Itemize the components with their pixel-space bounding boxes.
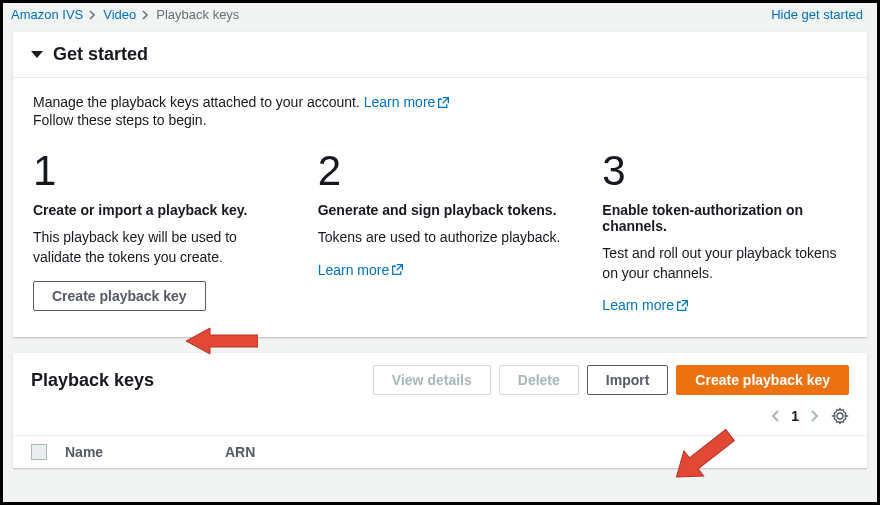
svg-marker-1 (667, 424, 738, 490)
breadcrumb-item-current: Playback keys (156, 7, 239, 22)
step-desc: Test and roll out your playback tokens o… (602, 244, 847, 283)
create-playback-key-button[interactable]: Create playback key (33, 281, 206, 311)
step-desc: This playback key will be used to valida… (33, 228, 278, 267)
step-number: 2 (318, 150, 563, 192)
chevron-right-icon (89, 10, 97, 20)
svg-marker-0 (186, 328, 258, 354)
caret-down-icon (31, 51, 43, 58)
intro-text-2: Follow these steps to begin. (33, 112, 847, 128)
learn-more-link[interactable]: Learn more (602, 297, 689, 313)
external-link-icon (676, 299, 689, 312)
step-title: Create or import a playback key. (33, 202, 278, 218)
hide-get-started-link[interactable]: Hide get started (771, 7, 863, 22)
breadcrumb: Amazon IVS Video Playback keys (11, 7, 239, 22)
step-title: Enable token-authorization on channels. (602, 202, 847, 234)
step-number: 3 (602, 150, 847, 192)
step-number: 1 (33, 150, 278, 192)
playback-keys-panel: Playback keys View details Delete Import… (13, 353, 867, 468)
learn-more-link[interactable]: Learn more (364, 94, 451, 110)
step-2: 2 Generate and sign playback tokens. Tok… (318, 150, 563, 313)
step-3: 3 Enable token-authorization on channels… (602, 150, 847, 313)
annotation-arrow-icon (648, 424, 738, 504)
step-title: Generate and sign playback tokens. (318, 202, 563, 218)
step-desc: Tokens are used to authorize playback. (318, 228, 563, 248)
page-number: 1 (791, 408, 799, 424)
intro-text: Manage the playback keys attached to you… (33, 94, 847, 110)
get-started-panel: Get started Manage the playback keys att… (13, 32, 867, 337)
get-started-header[interactable]: Get started (13, 32, 867, 78)
view-details-button[interactable]: View details (373, 365, 491, 395)
breadcrumb-item-ivs[interactable]: Amazon IVS (11, 7, 83, 22)
select-all-checkbox[interactable] (31, 444, 47, 460)
table-header-row: Name ARN (13, 435, 867, 468)
annotation-arrow-icon (186, 324, 258, 358)
import-button[interactable]: Import (587, 365, 669, 395)
get-started-title: Get started (53, 44, 148, 65)
next-page-button[interactable] (809, 410, 819, 422)
breadcrumb-item-video[interactable]: Video (103, 7, 136, 22)
step-1: 1 Create or import a playback key. This … (33, 150, 278, 313)
settings-gear-icon[interactable] (831, 407, 849, 425)
column-header-name[interactable]: Name (65, 444, 225, 460)
column-header-arn[interactable]: ARN (225, 444, 849, 460)
delete-button[interactable]: Delete (499, 365, 579, 395)
pagination: 1 (771, 408, 819, 424)
playback-keys-title: Playback keys (31, 370, 154, 391)
create-playback-key-primary-button[interactable]: Create playback key (676, 365, 849, 395)
learn-more-link[interactable]: Learn more (318, 262, 405, 278)
chevron-right-icon (142, 10, 150, 20)
external-link-icon (391, 263, 404, 276)
external-link-icon (437, 96, 450, 109)
prev-page-button[interactable] (771, 410, 781, 422)
